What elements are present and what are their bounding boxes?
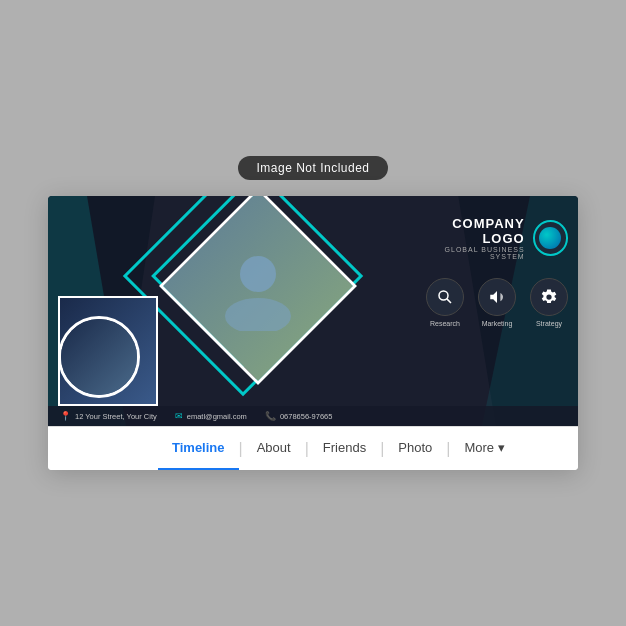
service-icons-row: Research Marketing	[426, 278, 568, 327]
company-logo-row: COMPANY LOGO GLOBAL BUSINESS SYSTEM	[408, 216, 568, 260]
email-icon: ✉	[175, 411, 183, 421]
service-marketing: Marketing	[478, 278, 516, 327]
cover-area: COMPANY LOGO GLOBAL BUSINESS SYSTEM	[48, 196, 578, 426]
address-text: 12 Your Street, Your City	[75, 412, 157, 421]
strategy-label: Strategy	[536, 320, 562, 327]
research-icon-circle	[426, 278, 464, 316]
phone-text: 0678656-97665	[280, 412, 333, 421]
info-address: 📍 12 Your Street, Your City	[60, 411, 157, 421]
svg-point-2	[240, 256, 276, 292]
location-icon: 📍	[60, 411, 71, 421]
gear-icon	[540, 288, 558, 306]
profile-picture	[58, 316, 140, 398]
svg-point-4	[439, 291, 448, 300]
image-not-included-badge: Image Not Included	[238, 156, 387, 180]
nav-tabs: Timeline | About | Friends | Photo | Mor…	[48, 426, 578, 470]
logo-circle	[533, 220, 568, 256]
tab-timeline[interactable]: Timeline	[158, 427, 239, 471]
svg-line-5	[447, 299, 451, 303]
email-text: ematl@gmail.com	[187, 412, 247, 421]
profile-pic-placeholder	[61, 319, 137, 395]
right-panel: COMPANY LOGO GLOBAL BUSINESS SYSTEM	[408, 216, 568, 327]
company-tagline: GLOBAL BUSINESS SYSTEM	[408, 246, 525, 260]
fb-cover-card: COMPANY LOGO GLOBAL BUSINESS SYSTEM	[48, 196, 578, 470]
logo-circle-inner	[539, 227, 561, 249]
tab-about[interactable]: About	[243, 427, 305, 471]
marketing-icon-circle	[478, 278, 516, 316]
tab-friends[interactable]: Friends	[309, 427, 380, 471]
tab-more[interactable]: More ▾	[450, 427, 518, 471]
company-name: COMPANY LOGO	[408, 216, 525, 246]
research-label: Research	[430, 320, 460, 327]
phone-icon: 📞	[265, 411, 276, 421]
service-research: Research	[426, 278, 464, 327]
info-bar: 📍 12 Your Street, Your City ✉ ematl@gmai…	[48, 406, 578, 426]
search-icon	[436, 288, 454, 306]
strategy-icon-circle	[530, 278, 568, 316]
company-text: COMPANY LOGO GLOBAL BUSINESS SYSTEM	[408, 216, 525, 260]
tab-photo[interactable]: Photo	[384, 427, 446, 471]
megaphone-icon	[488, 288, 506, 306]
info-email: ✉ ematl@gmail.com	[175, 411, 247, 421]
svg-point-3	[225, 298, 291, 331]
service-strategy: Strategy	[530, 278, 568, 327]
info-phone: 📞 0678656-97665	[265, 411, 333, 421]
marketing-label: Marketing	[482, 320, 513, 327]
